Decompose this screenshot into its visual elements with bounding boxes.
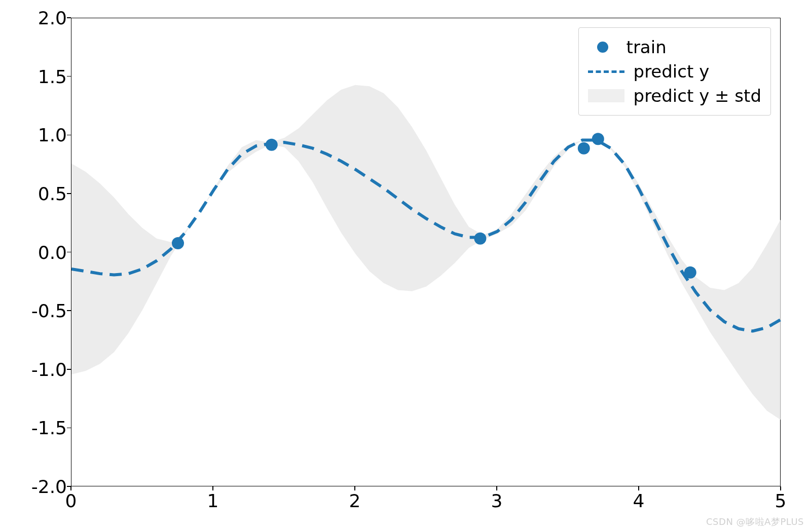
x-tick-label: 2 [349, 490, 361, 511]
y-tick-label: -0.5 [31, 300, 67, 321]
legend-row-predict: predict y [588, 59, 761, 84]
y-tick-mark [67, 310, 71, 311]
y-tick-label: -2.0 [31, 476, 67, 497]
y-tick-mark [67, 135, 71, 136]
legend-row-fill: predict y ± std [588, 84, 761, 108]
x-tick-label: 5 [775, 490, 787, 511]
x-tick-label: 3 [491, 490, 503, 511]
y-tick-mark [67, 428, 71, 429]
x-tick-mark [354, 486, 355, 490]
y-tick-mark [67, 76, 71, 77]
y-tick-label: 1.0 [38, 125, 67, 145]
y-tick-label: -1.5 [31, 417, 67, 438]
dot-marker-icon [597, 42, 608, 53]
plot-area: train predict y predict y ± std [71, 18, 781, 486]
legend-label: predict y ± std [634, 86, 761, 106]
x-tick-label: 0 [65, 490, 77, 511]
y-tick-mark [67, 252, 71, 253]
x-tick-mark [70, 486, 71, 490]
dashed-line-icon [588, 70, 624, 73]
legend-label: predict y [634, 61, 710, 82]
train-point [474, 233, 486, 245]
y-tick-label: 2.0 [38, 8, 67, 28]
x-tick-mark [638, 486, 639, 490]
y-tick-label: 1.5 [38, 66, 67, 87]
x-tick-label: 4 [633, 490, 645, 511]
train-point [592, 133, 604, 145]
watermark: CSDN @哆啦A梦PLUS [706, 516, 804, 528]
y-tick-mark [67, 17, 71, 18]
y-tick-label: 0.0 [38, 242, 67, 262]
chart-container: train predict y predict y ± std -2.0-1.5… [71, 18, 781, 486]
legend-label: train [627, 37, 667, 57]
train-point [266, 139, 278, 151]
y-tick-mark [67, 369, 71, 370]
y-tick-mark [67, 193, 71, 194]
fill-patch-icon [588, 89, 624, 102]
legend: train predict y predict y ± std [578, 27, 771, 116]
x-tick-mark [496, 486, 497, 490]
train-point [684, 267, 696, 279]
train-point [578, 142, 590, 155]
train-point [172, 237, 184, 249]
legend-row-train: train [588, 35, 761, 59]
uncertainty-band [71, 85, 781, 420]
x-tick-mark [780, 486, 781, 490]
x-tick-label: 1 [207, 490, 219, 511]
y-tick-label: -1.0 [31, 359, 67, 379]
x-tick-mark [212, 486, 213, 490]
y-tick-label: 0.5 [38, 183, 67, 204]
